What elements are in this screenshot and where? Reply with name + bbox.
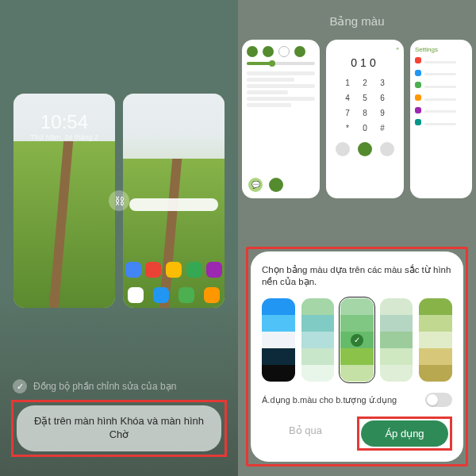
link-icon[interactable]: ⛓	[109, 190, 129, 211]
palette-options: ✓	[262, 298, 452, 382]
palette-sheet: Chọn bảng màu dựa trên các màu sắc từ hì…	[251, 251, 463, 462]
apply-button[interactable]: Áp dụng	[361, 420, 448, 447]
apply-icons-label: Á.dụng b.màu cho b.tượng ứ.dụng	[262, 395, 397, 405]
check-icon: ✓	[351, 334, 363, 347]
home-screen-preview[interactable]	[123, 94, 225, 308]
search-widget-preview	[129, 198, 218, 211]
settings-title: Settings	[415, 46, 467, 53]
highlight-frame: Đặt trên màn hình Khóa và màn hình Chờ	[11, 400, 227, 457]
palette-option-2[interactable]: ✓	[340, 298, 374, 382]
sync-label: Đồng bộ phần chỉnh sửa của bạn	[33, 381, 176, 392]
wallpaper-settings-panel: 10:54 Thứ Năm, 24 tháng 2 ⛓ ✓	[0, 0, 238, 476]
highlight-frame: Áp dụng	[357, 416, 452, 451]
sync-edits-row[interactable]: ✓ Đồng bộ phần chỉnh sửa của bạn	[10, 379, 228, 393]
palette-option-4[interactable]	[419, 298, 452, 382]
palette-option-3[interactable]	[380, 298, 413, 382]
set-wallpaper-button[interactable]: Đặt trên màn hình Khóa và màn hình Chờ	[17, 405, 221, 451]
sheet-description: Chọn bảng màu dựa trên các màu sắc từ hì…	[262, 264, 452, 289]
lock-screen-preview[interactable]: 10:54 Thứ Năm, 24 tháng 2	[13, 94, 115, 308]
theme-preview-quicksettings: 💬	[242, 40, 320, 198]
lock-date: Thứ Năm, 24 tháng 2	[13, 133, 115, 141]
palette-option-0[interactable]	[262, 298, 295, 382]
theme-preview-settings: Settings	[410, 40, 472, 198]
theme-previews: 💬 + 010 123 456 789 *0# Settings	[238, 40, 476, 198]
color-palette-panel: Bảng màu 💬 + 010 123 456 789 *0#	[238, 0, 476, 476]
dialer-number: 010	[351, 56, 378, 69]
lock-time: 10:54	[13, 111, 115, 133]
theme-preview-dialer: + 010 123 456 789 *0#	[326, 40, 404, 198]
palette-option-1[interactable]	[301, 298, 335, 382]
skip-button[interactable]: Bỏ qua	[262, 416, 349, 451]
apply-to-icons-toggle-row[interactable]: Á.dụng b.màu cho b.tượng ứ.dụng	[262, 393, 452, 407]
highlight-frame: Chọn bảng màu dựa trên các màu sắc từ hì…	[246, 247, 468, 466]
page-title: Bảng màu	[238, 0, 476, 40]
toggle-switch[interactable]	[425, 393, 452, 407]
check-icon: ✓	[13, 379, 27, 393]
